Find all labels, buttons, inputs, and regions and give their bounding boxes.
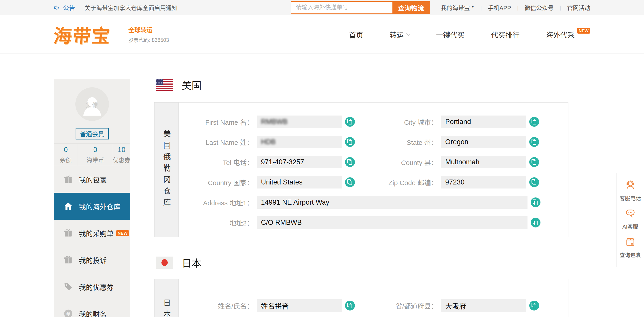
announcement-label[interactable]: 公告 [63,3,75,12]
svg-text:¥: ¥ [66,311,70,317]
address2-value[interactable]: C/O RMBWB [257,216,528,229]
package-icon [63,174,73,184]
service-phone-button[interactable]: 客服电话 [616,177,644,205]
service-phone-label: 客服电话 [620,194,641,202]
copy-icon[interactable] [345,137,355,147]
track-query-button[interactable]: 查询物流 [392,2,430,14]
mobile-app-link[interactable]: 手机APP [488,3,511,12]
logo[interactable]: 海带宝 [53,21,112,48]
us-warehouse-strip: 美国俄勒冈仓库 [154,103,179,237]
copy-icon[interactable] [345,117,355,127]
copy-icon[interactable] [529,301,539,310]
jp-section-header: 日本 [154,256,568,269]
field-label: First Name 名： [179,117,257,127]
stat-balance[interactable]: 0 余额 [54,144,78,166]
nav-transfer[interactable]: 转运 [390,29,410,40]
us-section-title: 美国 [182,78,202,92]
avatar-placeholder-text: 头像 [75,100,109,109]
field-jp-name: 姓名/氏名： 姓名拼音 [179,299,355,312]
stat-value: 10 [118,146,125,154]
first-name-value[interactable]: RMBWB [257,116,342,128]
field-label: Country 国家： [179,177,257,187]
sidebar-item-my-finance[interactable]: ¥ 我的财务 [54,300,130,317]
copy-icon[interactable] [345,301,355,310]
nav-home[interactable]: 首页 [349,29,363,40]
tracking-search: 查询物流 [291,1,430,14]
copy-icon[interactable] [345,157,355,167]
jp-section-title: 日本 [182,255,202,270]
slogan-text: 全球转运 [128,25,169,34]
field-tel: Tel 电话： 971-407-3257 [179,156,355,168]
sidebar-item-label: 我的包裹 [79,174,107,184]
jp-prefecture-value[interactable]: 大阪府 [441,299,526,312]
zip-value[interactable]: 97230 [441,176,526,188]
dropdown-caret-icon: ▼ [471,5,474,9]
service-float-panel: 客服电话 AI客服 查询包裹 [616,173,644,267]
stat-coins[interactable]: 0 海带币 [78,144,113,166]
state-value[interactable]: Oregon [441,136,526,148]
nav-overseas-purchase[interactable]: 海外代采NEW [546,29,590,40]
stat-label: 优惠券 [113,156,130,164]
us-section-header: 美国 [154,79,568,91]
us-warehouse-panel: 美国俄勒冈仓库 First Name 名： RMBWB City 城市： Por… [154,102,568,237]
field-label: County 县： [363,157,441,167]
country-value[interactable]: United States [257,176,342,188]
tracking-search-input[interactable] [291,2,392,14]
county-value[interactable]: Multnomah [441,156,526,168]
field-label: Tel 电话： [179,157,257,167]
copy-icon[interactable] [345,177,355,187]
city-value[interactable]: Portland [441,116,526,128]
field-country: Country 国家： United States [179,176,355,188]
sidebar-item-my-complaints[interactable]: 我的投诉 [54,246,130,273]
my-haidaibao-link[interactable]: 我的海带宝▼ [441,3,474,12]
track-package-button[interactable]: 查询包裹 [616,234,644,262]
copy-icon[interactable] [529,117,539,127]
field-label: 地址2： [179,218,257,227]
sidebar-item-my-coupons[interactable]: 我的优惠券 [54,273,130,300]
stat-value: 0 [64,146,68,154]
sidebar-item-my-overseas-warehouse[interactable]: 我的海外仓库 [54,193,130,220]
copy-icon[interactable] [531,197,540,207]
stat-label: 海带币 [86,156,104,164]
field-address1: Address 地址1： 14991 NE Airport Way [179,196,540,209]
sidebar-item-my-packages[interactable]: 我的包裹 [54,166,130,193]
nav-buy-ranking[interactable]: 代买排行 [491,29,520,40]
sidebar-item-my-purchase-orders[interactable]: 我的采购单 NEW [54,220,130,246]
sidebar-item-label: 我的采购单 [79,228,114,238]
jp-warehouse-vertical-label: 日本 [163,279,170,317]
site-header: 海带宝 全球转运 股票代码: 838503 首页 转运 一键代买 代买排行 海外… [0,15,644,54]
field-first-name: First Name 名： RMBWB [179,116,355,128]
copy-icon[interactable] [529,137,539,147]
field-zip: Zip Code 邮编： 97230 [363,176,539,188]
field-state: State 州： Oregon [363,136,539,148]
sidebar-item-label: 我的优惠券 [79,282,114,292]
home-icon [63,201,73,211]
activity-link[interactable]: 官网活动 [567,3,590,12]
announcement-text[interactable]: 关于海带宝加拿大仓库全面启用通知 [84,3,178,12]
last-name-value[interactable]: HDB [257,136,342,148]
avatar[interactable]: 头像 [75,87,109,121]
ai-service-button[interactable]: AI客服 [616,205,644,234]
address1-value[interactable]: 14991 NE Airport Way [257,196,528,209]
field-last-name: Last Name 姓： HDB [179,136,355,148]
us-flag-icon [156,79,173,91]
ai-service-label: AI客服 [622,222,638,230]
field-county: County 县： Multnomah [363,156,539,168]
topbar-links: 我的海带宝▼ | 手机APP | 微信公众号 | 官网活动 [441,3,590,12]
copy-icon[interactable] [531,218,540,227]
separator: | [480,5,482,11]
nav-onekey-buy[interactable]: 一键代买 [436,29,465,40]
wechat-link[interactable]: 微信公众号 [524,3,554,12]
tel-value[interactable]: 971-407-3257 [257,156,342,168]
yen-circle-icon: ¥ [63,309,73,317]
field-jp-prefecture: 省/都道府县： 大阪府 [363,299,539,312]
divider [120,27,120,43]
copy-icon[interactable] [529,177,539,187]
member-level-badge: 普通会员 [76,128,109,139]
headset-icon [625,180,636,191]
copy-icon[interactable] [529,157,539,167]
chat-icon [625,208,636,220]
field-label: Zip Code 邮编： [363,177,441,187]
jp-name-value[interactable]: 姓名拼音 [257,299,342,312]
stat-coupons[interactable]: 10 优惠券 [113,144,130,166]
